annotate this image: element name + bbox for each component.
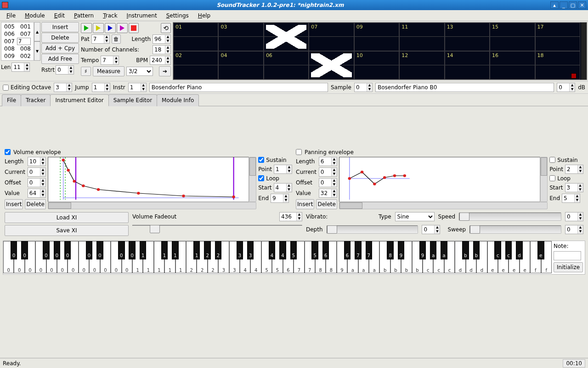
panenv-length[interactable]: ▲▼	[319, 157, 337, 166]
black-key[interactable]: 5	[290, 241, 297, 259]
sample-name-field[interactable]	[375, 83, 554, 92]
black-key[interactable]: b	[462, 241, 469, 259]
vib-depth-slider[interactable]	[327, 225, 418, 234]
sample-slot-02[interactable]: 02	[173, 51, 218, 80]
keyboard[interactable]: 00000000000011111222334455677889aaabbbbc…	[3, 241, 585, 275]
fadeout-slider[interactable]	[132, 225, 302, 226]
vib-sweep-slider[interactable]	[469, 225, 561, 234]
delete-button[interactable]: Delete	[41, 33, 79, 43]
sample-slot-09[interactable]: 09	[354, 23, 399, 51]
volenv-loop-check[interactable]: Loop	[258, 175, 292, 182]
trash-icon[interactable]: 🗑	[112, 34, 121, 44]
volenv-value[interactable]: ▲▼	[28, 189, 46, 198]
loop-button[interactable]: ⟲	[161, 23, 171, 33]
load-xi-button[interactable]: Load XI	[5, 212, 129, 223]
black-key[interactable]: 3	[247, 241, 254, 259]
black-key[interactable]: 0	[54, 241, 61, 259]
volenv-delete[interactable]: Delete	[25, 199, 45, 209]
black-key[interactable]: d	[516, 241, 523, 259]
black-key[interactable]: 0	[118, 241, 125, 259]
save-xi-button[interactable]: Save XI	[5, 225, 129, 236]
menu-pattern[interactable]: Pattern	[69, 11, 98, 20]
panenv-loop-check[interactable]: Loop	[549, 175, 583, 182]
panenv-sustain-check[interactable]: Sustain	[549, 157, 583, 163]
volenv-current[interactable]: ▲▼	[28, 167, 46, 177]
fadeout-field[interactable]: ▲▼	[279, 212, 302, 221]
black-key[interactable]: e	[537, 241, 544, 259]
volenv-offset[interactable]: ▲▼	[28, 178, 46, 187]
pan-env-check[interactable]: Panning envelope	[296, 149, 583, 155]
measure-select[interactable]: 3/2	[126, 67, 153, 76]
black-key[interactable]: 3	[237, 241, 243, 259]
vol-env-graph[interactable]	[48, 157, 249, 202]
sample-slot-13[interactable]: 13	[445, 23, 490, 51]
menu-edit[interactable]: Edit	[50, 11, 69, 20]
black-key[interactable]: 7	[355, 241, 362, 259]
sample-slot-10[interactable]: 10	[354, 51, 399, 80]
panenv-value[interactable]: ▲▼	[319, 189, 337, 198]
sample-slot-16[interactable]: 16	[490, 51, 535, 80]
panenv-current[interactable]: ▲▼	[319, 167, 337, 177]
restart-field[interactable]: ▲▼	[56, 65, 74, 75]
tab-tracker[interactable]: Tracker	[21, 94, 51, 106]
close-button[interactable]: ✕	[578, 1, 586, 9]
menu-instrument[interactable]: Instrument	[122, 11, 162, 20]
tab-instrument-editor[interactable]: Instrument Editor	[50, 94, 108, 106]
note-field[interactable]	[554, 251, 581, 260]
black-key[interactable]: c	[505, 241, 512, 259]
menu-settings[interactable]: Settings	[162, 11, 193, 20]
black-key[interactable]: 0	[43, 241, 50, 259]
sample-slot-12[interactable]: 12	[399, 51, 444, 80]
black-key[interactable]: 7	[366, 241, 373, 259]
orderlist-current-input[interactable]	[17, 38, 31, 45]
sample-grid[interactable]: 010305070911131517 020406081012141618 R	[173, 22, 587, 80]
tab-module-info[interactable]: Module Info	[157, 94, 199, 106]
menu-file[interactable]: File	[2, 11, 20, 20]
tab-file[interactable]: File	[2, 94, 21, 106]
volenv-scroll-h[interactable]	[48, 202, 256, 209]
sample-slot-11[interactable]: 11	[399, 23, 444, 51]
add-free-button[interactable]: Add Free	[41, 54, 79, 64]
vib-depth-field[interactable]: ▲▼	[422, 225, 440, 234]
black-key[interactable]: 1	[161, 241, 168, 259]
sharp-button[interactable]: ♯	[81, 67, 91, 76]
volenv-length[interactable]: ▲▼	[28, 157, 46, 166]
bpm-field[interactable]: ▲▼	[150, 56, 171, 65]
sample-slot-17[interactable]: 17	[535, 23, 580, 51]
black-key[interactable]: 2	[215, 241, 222, 259]
initialize-button[interactable]: Initialize	[554, 262, 583, 272]
pan-env-graph[interactable]	[339, 157, 540, 202]
black-key[interactable]: 1	[172, 241, 179, 259]
vib-sweep-field[interactable]: ▲▼	[565, 225, 583, 234]
sample-slot-01[interactable]: 01	[173, 23, 218, 51]
tab-sample-editor[interactable]: Sample Editor	[108, 94, 157, 106]
rollup-button[interactable]: ▴	[550, 1, 559, 9]
vib-speed-field[interactable]: ▲▼	[565, 212, 583, 221]
volenv-scroll-v[interactable]	[249, 157, 256, 202]
black-key[interactable]: 0	[86, 241, 93, 259]
volenv-insert[interactable]: Insert	[5, 199, 23, 209]
panenv-start[interactable]: ▲▼	[565, 183, 583, 192]
panenv-point[interactable]: ▲▼	[565, 165, 583, 174]
length-field[interactable]: ▲▼	[153, 34, 171, 44]
play-song-button[interactable]	[81, 23, 92, 33]
order-list[interactable]: 005001006007007008008009002 ▲ ▼	[1, 22, 40, 61]
stop-button[interactable]	[129, 23, 139, 33]
panenv-scroll-h[interactable]	[339, 202, 548, 209]
volenv-end[interactable]: ▲▼	[271, 194, 289, 203]
tempo-field[interactable]: ▲▼	[101, 56, 119, 65]
pat-field[interactable]: ▲▼	[91, 34, 110, 44]
instr-field[interactable]: ▲▼	[128, 83, 147, 92]
vol-env-check[interactable]: Volume envelope	[5, 149, 292, 155]
len-field[interactable]: ▲▼	[11, 63, 30, 72]
volenv-sustain-check[interactable]: Sustain	[258, 157, 292, 163]
orderlist-up[interactable]: ▲	[34, 22, 40, 41]
measure-button[interactable]: Measure	[93, 66, 124, 76]
black-key[interactable]: 4	[279, 241, 286, 259]
black-key[interactable]: 9	[419, 241, 426, 259]
sample-slot-08[interactable]: 08	[309, 51, 354, 80]
panenv-insert[interactable]: Insert	[296, 199, 314, 209]
menu-module[interactable]: Module	[20, 11, 50, 20]
play-blue-button[interactable]	[105, 23, 116, 33]
black-key[interactable]: 5	[311, 241, 318, 259]
